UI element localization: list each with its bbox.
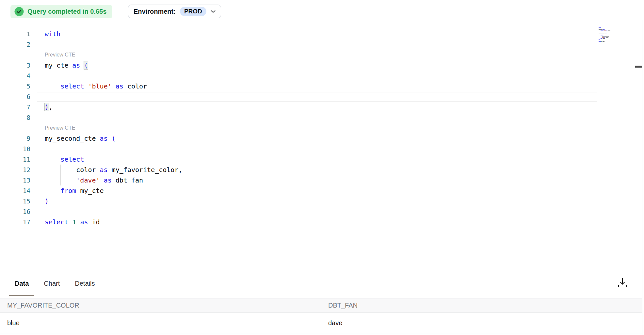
column-header-dbt-fan: DBT_FAN — [321, 302, 642, 309]
tab-chart[interactable]: Chart — [44, 280, 60, 287]
code-token: ( — [84, 61, 88, 69]
results-header-row: MY_FAVORITE_COLOR DBT_FAN — [0, 298, 642, 313]
code-line[interactable]: 15) — [0, 196, 635, 206]
line-number: 3 — [0, 60, 30, 71]
code-line[interactable]: 14 from my_cte — [0, 185, 635, 196]
minimap[interactable] — [599, 27, 614, 42]
line-number: 4 — [0, 71, 30, 81]
preview-cte-row[interactable]: Preview CTE — [0, 123, 635, 133]
preview-cte-button[interactable]: Preview CTE — [45, 50, 75, 60]
line-number: 7 — [0, 102, 30, 112]
code-token: as — [104, 176, 112, 184]
code-token: select — [60, 155, 84, 163]
cell-dbt-fan: dave — [321, 319, 642, 327]
code-token: as — [100, 166, 108, 174]
code-line[interactable]: 16 — [0, 206, 635, 217]
code-line[interactable]: 6 — [0, 91, 635, 102]
line-number: 10 — [0, 144, 30, 154]
line-number: 13 — [0, 175, 30, 185]
download-button[interactable] — [616, 276, 629, 289]
code-token: 'dave' — [76, 176, 100, 184]
code-token: as — [72, 61, 80, 69]
line-number: 6 — [0, 91, 30, 102]
code-line-text: 'dave' as dbt_fan — [45, 175, 143, 185]
code-line-text: ), — [45, 102, 53, 112]
environment-selector[interactable]: Environment: PROD — [128, 5, 221, 18]
chevron-down-icon — [211, 10, 216, 13]
tab-data[interactable]: Data — [15, 280, 29, 287]
code-token: select — [45, 218, 68, 226]
code-token: my_favorite_color, — [108, 166, 183, 174]
code-token — [84, 82, 88, 90]
code-line-text: select 1 as id — [45, 217, 100, 227]
code-line-text: from my_cte — [45, 185, 104, 196]
status-badge: Query completed in 0.65s — [10, 5, 112, 18]
line-number: 9 — [0, 133, 30, 144]
code-token: id — [88, 218, 100, 226]
code-line[interactable]: 8 — [0, 112, 635, 123]
code-line[interactable]: 13 'dave' as dbt_fan — [0, 175, 635, 185]
line-number: 14 — [0, 185, 30, 196]
code-token: my_cte — [45, 61, 72, 69]
code-line[interactable]: 5 select 'blue' as color — [0, 81, 635, 91]
code-token: from — [60, 187, 76, 195]
code-line[interactable]: 10 — [0, 144, 635, 154]
code-token: ( — [112, 135, 116, 142]
code-token: my_cte — [76, 187, 104, 195]
code-token — [108, 135, 112, 142]
code-line-text: with — [45, 29, 60, 39]
code-token: as — [100, 135, 108, 142]
results-tabs: Data Chart Details — [0, 269, 642, 298]
indent-guide — [45, 71, 45, 92]
code-line[interactable]: 7), — [0, 102, 635, 112]
column-header-my-favorite-color: MY_FAVORITE_COLOR — [0, 302, 321, 309]
code-token — [45, 82, 60, 90]
tab-details[interactable]: Details — [75, 280, 95, 287]
preview-cte-button[interactable]: Preview CTE — [45, 123, 75, 133]
code-token: ) — [45, 197, 49, 205]
line-number: 12 — [0, 165, 30, 175]
code-line[interactable]: 12 color as my_favorite_color, — [0, 165, 635, 175]
table-row: blue dave — [0, 313, 642, 333]
code-token: 1 — [72, 218, 76, 226]
scrollbar-thumb[interactable] — [635, 66, 642, 68]
code-line[interactable]: 2 — [0, 39, 635, 50]
environment-label: Environment: — [134, 8, 176, 15]
code-line-text: select — [45, 154, 84, 165]
code-line-text: my_cte as ( — [45, 60, 88, 71]
code-line[interactable]: 1with — [0, 29, 635, 39]
code-token: dbt_fan — [112, 176, 143, 184]
code-line-text: ) — [45, 196, 49, 206]
code-line-text: select 'blue' as color — [45, 81, 147, 91]
code-token: color — [45, 166, 100, 174]
preview-cte-row[interactable]: Preview CTE — [0, 50, 635, 60]
code-token: as — [116, 82, 123, 90]
indent-guide — [45, 144, 45, 196]
code-token: ) — [45, 103, 49, 111]
code-token: with — [45, 30, 60, 38]
code-line[interactable]: 9my_second_cte as ( — [0, 133, 635, 144]
scroll-gutter-divider — [635, 29, 635, 269]
code-line-text: my_second_cte as ( — [45, 133, 116, 144]
code-line-text: color as my_favorite_color, — [45, 165, 182, 175]
code-token — [45, 187, 60, 195]
line-number: 16 — [0, 206, 30, 217]
right-panel-divider — [642, 20, 642, 335]
code-token: color — [123, 82, 147, 90]
code-token — [100, 176, 104, 184]
download-icon — [618, 278, 627, 288]
code-token: , — [49, 103, 53, 111]
sql-ide-app: { "toolbar": { "status": { "text": "Quer… — [0, 0, 644, 335]
code-line[interactable]: 3my_cte as ( — [0, 60, 635, 71]
code-line[interactable]: 11 select — [0, 154, 635, 165]
code-line[interactable]: 17select 1 as id — [0, 217, 635, 227]
code-editor[interactable]: 1with2Preview CTE3my_cte as (45 select '… — [0, 29, 635, 227]
environment-value-badge: PROD — [180, 7, 206, 16]
code-token — [80, 61, 84, 69]
code-token — [76, 218, 80, 226]
line-number: 15 — [0, 196, 30, 206]
code-line[interactable]: 4 — [0, 71, 635, 81]
code-token — [45, 155, 60, 163]
cell-my-favorite-color: blue — [0, 319, 321, 327]
line-number: 1 — [0, 29, 30, 39]
